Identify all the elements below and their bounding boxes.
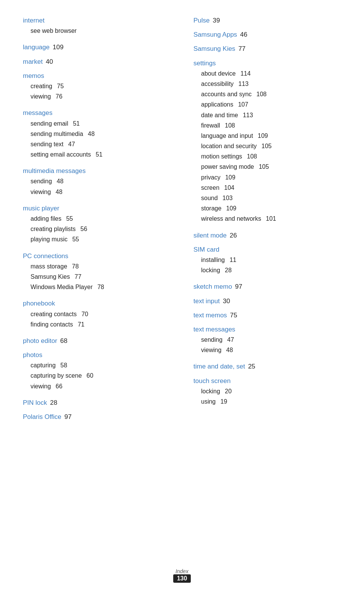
sub-page: 55 (64, 215, 73, 222)
sub-page: 71 (76, 321, 84, 328)
sub-entry-pc-connections-Samsung-Kies: Samsung Kies 77 (31, 272, 171, 282)
entry-group-messages: messagessending email 51sending multimed… (23, 108, 171, 162)
entry-group-phonebook: phonebookcreating contacts 70finding con… (23, 298, 171, 332)
index-container: internetsee web browserlanguage109market… (23, 15, 341, 426)
entry-heading-text-memos: text memos (193, 312, 227, 319)
entry-group-pin-lock: PIN lock28 (23, 398, 171, 408)
sub-page: 113 (241, 112, 253, 118)
sub-page: 109 (256, 133, 268, 139)
entry-page-market: 40 (46, 58, 53, 65)
sub-entry-multimedia-messages-viewing: viewing 48 (31, 187, 171, 197)
entry-heading-memos: memos (23, 71, 171, 81)
sub-page: 78 (96, 284, 104, 290)
left-column: internetsee web browserlanguage109market… (23, 15, 171, 426)
sub-entry-settings-motion-settings: motion settings 108 (201, 151, 341, 162)
entry-heading-samsung-apps: Samsung Apps (193, 31, 237, 38)
sub-entry-music-player-playing-music: playing music 55 (31, 234, 171, 244)
entry-heading-phonebook: phonebook (23, 298, 171, 309)
footer-label: Index (0, 568, 364, 574)
sub-page: 48 (86, 131, 95, 137)
sub-page: 109 (224, 174, 235, 181)
entry-heading-settings: settings (193, 58, 341, 68)
sub-page: 47 (66, 141, 75, 147)
sub-page: 113 (237, 81, 248, 87)
entry-subtext-internet: see web browser (31, 26, 171, 36)
sub-entry-music-player-creating-playlists: creating playlists 56 (31, 224, 171, 234)
sub-page: 51 (71, 120, 80, 127)
footer-page: 130 (173, 574, 191, 583)
entry-heading-messages: messages (23, 108, 171, 118)
entry-heading-market: market (23, 58, 43, 65)
sub-entry-settings-location-and-security: location and security 105 (201, 141, 341, 151)
entry-heading-sim-card: SIM card (193, 244, 341, 255)
entry-heading-internet: internet (23, 15, 171, 26)
sub-entry-memos-creating: creating 75 (31, 81, 171, 91)
sub-entry-settings-language-and-input: language and input 109 (201, 131, 341, 141)
sub-entry-text-messages-sending: sending 47 (201, 335, 341, 345)
entry-group-internet: internetsee web browser (23, 15, 171, 38)
sub-page: 48 (224, 347, 233, 353)
entry-heading-multimedia-messages: multimedia messages (23, 166, 171, 176)
entry-page-pin-lock: 28 (50, 399, 57, 406)
entry-heading-text-messages: text messages (193, 324, 341, 335)
sub-page: 51 (94, 151, 102, 158)
sub-page: 66 (54, 383, 62, 390)
entry-heading-samsung-kies: Samsung Kies (193, 45, 235, 52)
sub-page: 56 (79, 226, 87, 232)
entry-page-samsung-apps: 46 (240, 31, 247, 38)
entry-group-sketch-memo: sketch memo97 (193, 281, 341, 292)
sub-entry-settings-firewall: firewall 108 (201, 120, 341, 131)
entry-group-sim-card: SIM cardinstalling 11locking 28 (193, 244, 341, 278)
entry-heading-photos: photos (23, 350, 171, 360)
entry-page-text-input: 30 (223, 297, 230, 305)
sub-entry-settings-privacy: privacy 109 (201, 172, 341, 183)
sub-page: 76 (54, 93, 62, 100)
sub-page: 107 (237, 101, 248, 108)
entry-heading-music-player: music player (23, 203, 171, 213)
sub-page: 58 (59, 362, 67, 368)
sub-entry-settings-accessibility: accessibility 113 (201, 79, 341, 89)
entry-group-language: language109 (23, 42, 171, 52)
entry-page-sketch-memo: 97 (235, 283, 242, 290)
sub-page: 28 (223, 267, 232, 273)
entry-group-photos: photoscapturing 58capturing by scene 60v… (23, 350, 171, 394)
sub-entry-music-player-adding-files: adding files 55 (31, 213, 171, 224)
entry-heading-touch-screen: touch screen (193, 376, 341, 386)
entry-heading-text-input: text input (193, 297, 220, 305)
sub-page: 104 (222, 184, 234, 191)
sub-entry-pc-connections-mass-storage: mass storage 78 (31, 261, 171, 272)
entry-group-time-and-date: time and date, set25 (193, 361, 341, 372)
sub-entry-photos-viewing: viewing 66 (31, 381, 171, 391)
sub-entry-settings-screen: screen 104 (201, 183, 341, 193)
entry-heading-sketch-memo: sketch memo (193, 283, 232, 290)
sub-entry-pc-connections-Windows-Media-Player: Windows Media Player 78 (31, 282, 171, 292)
entry-group-text-messages: text messagessending 47viewing 48 (193, 324, 341, 358)
entry-group-memos: memoscreating 75viewing 76 (23, 71, 171, 104)
entry-page-language: 109 (53, 44, 63, 51)
entry-heading-time-and-date: time and date, set (193, 363, 245, 370)
entry-heading-silent-mode: silent mode (193, 232, 227, 239)
entry-group-market: market40 (23, 57, 171, 67)
sub-page: 47 (225, 336, 234, 343)
sub-entry-text-messages-viewing: viewing 48 (201, 345, 341, 355)
entry-group-silent-mode: silent mode26 (193, 230, 341, 241)
entry-page-text-memos: 75 (230, 312, 237, 319)
sub-entry-settings-applications: applications 107 (201, 99, 341, 110)
entry-group-music-player: music playeradding files 55creating play… (23, 203, 171, 247)
sub-page: 108 (245, 153, 257, 160)
entry-group-touch-screen: touch screenlocking 20using 19 (193, 376, 341, 409)
entry-heading-photo-editor: photo editor (23, 337, 57, 344)
entry-heading-language: language (23, 44, 50, 51)
sub-entry-touch-screen-using: using 19 (201, 396, 341, 407)
sub-entry-multimedia-messages-sending: sending 48 (31, 176, 171, 186)
entry-group-pulse: Pulse39 (193, 15, 341, 26)
sub-entry-messages-sending-text: sending text 47 (31, 139, 171, 149)
sub-entry-messages-setting-email-accounts: setting email accounts 51 (31, 149, 171, 160)
entry-group-samsung-apps: Samsung Apps46 (193, 29, 341, 40)
sub-entry-settings-storage: storage 109 (201, 203, 341, 213)
sub-page: 48 (55, 178, 63, 184)
entry-heading-pc-connections: PC connections (23, 251, 171, 261)
entry-group-pc-connections: PC connectionsmass storage 78Samsung Kie… (23, 251, 171, 295)
sub-page: 55 (71, 236, 79, 242)
entry-group-photo-editor: photo editor68 (23, 336, 171, 346)
